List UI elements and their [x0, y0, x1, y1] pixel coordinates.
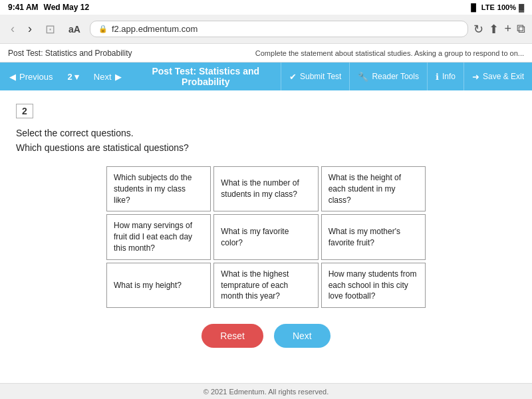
answer-cell-6[interactable]: What is my mother's favorite fruit?: [321, 214, 426, 259]
answer-grid: Which subjects do the students in my cla…: [106, 166, 426, 308]
next-button[interactable]: Next: [274, 324, 331, 348]
back-button[interactable]: ‹: [7, 21, 19, 37]
reader-tools-button[interactable]: 🔧 Reader Tools: [349, 63, 427, 90]
lock-icon: 🔒: [98, 25, 108, 33]
info-button[interactable]: ℹ Info: [427, 63, 464, 90]
submit-label: Submit Test: [300, 72, 341, 81]
question-number-display: 2: [16, 104, 33, 118]
next-arrow-icon: ▶: [115, 72, 122, 82]
previous-button[interactable]: ◀ Previous: [0, 63, 63, 90]
instruction-text: Select the correct questions.: [16, 128, 516, 138]
reset-button[interactable]: Reset: [201, 324, 263, 348]
previous-label: Previous: [19, 72, 53, 82]
date-display: Wed May 12: [44, 3, 89, 12]
save-exit-label: Save & Exit: [483, 72, 524, 81]
content-area: 2 Select the correct questions. Which qu…: [0, 90, 532, 383]
action-buttons: Reset Next: [16, 324, 516, 348]
reader-tools-icon: 🔧: [358, 72, 368, 82]
signal-icon: ▐▌: [468, 3, 479, 11]
answer-cell-4[interactable]: How many servings of fruit did I eat eac…: [106, 214, 211, 259]
next-button-nav[interactable]: Next ▶: [84, 63, 131, 90]
answer-cell-8[interactable]: What is the highest temprature of each m…: [213, 263, 318, 308]
answer-cell-3[interactable]: What is the height of each student in my…: [321, 166, 426, 211]
browser-bar: ‹ › ⊡ aA 🔒 f2.app.edmentum.com ↻ ⬆ + ⧉: [0, 15, 532, 44]
next-label-nav: Next: [94, 72, 112, 82]
question-subtext: Which questions are statistical question…: [16, 142, 516, 153]
page-title-label: Post Test: Statistics and Probability: [8, 49, 132, 58]
page-title-bar: Post Test: Statistics and Probability Co…: [0, 44, 532, 63]
network-type: LTE: [481, 3, 495, 11]
previous-arrow-icon: ◀: [9, 72, 16, 82]
page-title-nav: Post Test: Statistics and Probability: [131, 66, 281, 87]
battery-icon: ▓: [519, 3, 524, 11]
tabs-button[interactable]: ⧉: [517, 22, 525, 36]
nav-toolbar: ◀ Previous 2 ▾ Next ▶ Post Test: Statist…: [0, 63, 532, 90]
answer-cell-9[interactable]: How many students from each school in th…: [321, 263, 426, 308]
answer-cell-1[interactable]: Which subjects do the students in my cla…: [106, 166, 211, 211]
status-bar: 9:41 AM Wed May 12 ▐▌ LTE 100% ▓: [0, 0, 532, 15]
time-display: 9:41 AM: [8, 3, 39, 12]
bookmarks-button[interactable]: ⊡: [41, 21, 59, 38]
answer-cell-5[interactable]: What is my favorite color?: [213, 214, 318, 259]
reader-mode-button[interactable]: aA: [65, 23, 84, 36]
toolbar-right: ✔ Submit Test 🔧 Reader Tools ℹ Info ➜ Sa…: [281, 63, 532, 90]
answer-cell-7[interactable]: What is my height?: [106, 263, 211, 308]
info-label: Info: [442, 72, 456, 81]
refresh-button[interactable]: ↻: [473, 22, 483, 37]
dropdown-icon: ▾: [74, 72, 79, 82]
footer: © 2021 Edmentum. All rights reserved.: [0, 383, 532, 399]
save-exit-icon: ➜: [472, 72, 479, 82]
question-number-nav: 2 ▾: [63, 63, 84, 90]
browser-actions: ↻ ⬆ + ⧉: [473, 22, 525, 37]
answer-cell-2[interactable]: What is the number of students in my cla…: [213, 166, 318, 211]
battery-display: 100%: [497, 3, 516, 11]
reader-tools-label: Reader Tools: [372, 72, 419, 81]
forward-button[interactable]: ›: [24, 21, 36, 37]
new-tab-button[interactable]: +: [504, 22, 511, 36]
url-bar[interactable]: 🔒 f2.app.edmentum.com: [90, 21, 469, 37]
submit-icon: ✔: [289, 72, 297, 82]
save-exit-button[interactable]: ➜ Save & Exit: [464, 63, 532, 90]
info-icon: ℹ: [436, 72, 439, 82]
url-text: f2.app.edmentum.com: [112, 24, 198, 34]
submit-test-button[interactable]: ✔ Submit Test: [281, 63, 349, 90]
copyright-text: © 2021 Edmentum. All rights reserved.: [203, 388, 329, 396]
share-button[interactable]: ⬆: [489, 22, 499, 37]
page-hint-text: Complete the statement about statistical…: [255, 49, 524, 57]
